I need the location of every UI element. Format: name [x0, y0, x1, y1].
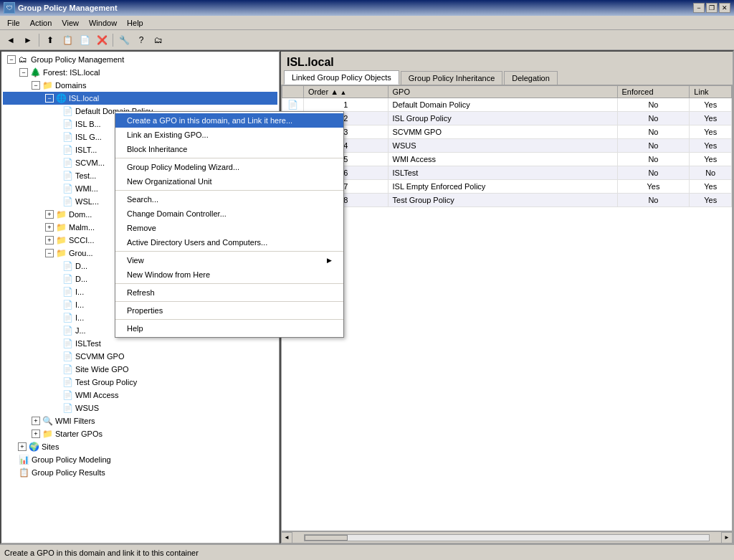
tree-item-test-gpo[interactable]: 📄 Test Group Policy: [3, 376, 277, 389]
delete-button[interactable]: ❌: [94, 32, 110, 48]
tree-item-site-wide[interactable]: 📄 Site Wide GPO: [3, 363, 277, 376]
context-menu-item-block-inheritance[interactable]: Block Inheritance: [115, 142, 343, 156]
context-menu-item-ad-users[interactable]: Active Directory Users and Computers...: [115, 235, 343, 250]
tree-item-scvmm-gpo[interactable]: 📄 SCVMM GPO: [3, 350, 277, 363]
tree-item-isl-local[interactable]: − 🌐 ISL.local: [3, 92, 277, 105]
malm-expand[interactable]: +: [45, 223, 54, 232]
grou-1-icon: 📄: [62, 260, 73, 272]
isl-g-label: ISL G...: [75, 133, 102, 141]
tree-item-gpr[interactable]: 📋 Group Policy Results: [3, 466, 277, 479]
wmi-filters-expand[interactable]: +: [32, 417, 40, 425]
grou-expand[interactable]: −: [45, 249, 54, 257]
tab-linked[interactable]: Linked Group Policy Objects: [284, 70, 399, 85]
refresh-button[interactable]: 🗂: [151, 32, 166, 48]
sites-expand[interactable]: +: [18, 442, 27, 451]
table-row[interactable]: 📄 5 WMI Access No Yes: [282, 153, 732, 166]
grou-4-icon: 📄: [62, 299, 73, 310]
tree-item-wmi-filters[interactable]: + 🔍 WMI Filters: [3, 414, 277, 427]
table-row[interactable]: 📄 8 Test Group Policy No Yes: [282, 194, 732, 207]
dom-expand[interactable]: +: [45, 210, 54, 219]
properties-button[interactable]: 🔧: [116, 32, 132, 48]
row-gpo-name: ISL Empty Enforced Policy: [388, 180, 617, 194]
tree-item-domains[interactable]: − 📁 Domains: [3, 79, 277, 92]
scroll-left-arrow[interactable]: ◄: [281, 532, 292, 544]
forest-expand[interactable]: −: [19, 68, 28, 77]
scroll-right-arrow[interactable]: ►: [721, 532, 733, 544]
isl-local-expand[interactable]: −: [45, 94, 54, 103]
scvmm-gpo-icon: 📄: [62, 351, 73, 362]
close-button[interactable]: ✕: [719, 3, 730, 13]
scci-expand[interactable]: +: [45, 236, 54, 245]
menu-window[interactable]: Window: [85, 17, 121, 29]
wsl-label: WSL...: [75, 197, 99, 206]
paste-button[interactable]: 📄: [77, 32, 92, 48]
tree-item-sites[interactable]: + 🌍 Sites: [3, 440, 277, 453]
copy-button[interactable]: 📋: [59, 32, 75, 48]
menu-view[interactable]: View: [57, 17, 83, 29]
col-enforced[interactable]: Enforced: [617, 86, 690, 98]
context-menu-item-create-gpo[interactable]: Create a GPO in this domain, and Link it…: [115, 113, 343, 128]
context-menu-separator: [115, 301, 343, 302]
tree-item-wsus2[interactable]: 📄 WSUS: [3, 402, 277, 414]
context-menu-item-link-existing[interactable]: Link an Existing GPO...: [115, 128, 343, 142]
gpr-icon: 📋: [18, 467, 29, 478]
scvm-label: SCVM...: [75, 158, 105, 167]
table-row[interactable]: 📄 4 WSUS No Yes: [282, 139, 732, 153]
context-menu-item-search[interactable]: Search...: [115, 192, 343, 207]
help-button[interactable]: ?: [133, 32, 149, 48]
starter-gpos-expand[interactable]: +: [32, 430, 40, 438]
col-order[interactable]: Order ▲: [304, 86, 389, 98]
context-menu-item-gpm-wizard[interactable]: Group Policy Modeling Wizard...: [115, 160, 343, 174]
menu-file[interactable]: File: [3, 17, 24, 29]
grou-6-icon: 📄: [62, 325, 73, 336]
scci-icon: 📁: [55, 234, 67, 246]
context-menu-item-properties[interactable]: Properties: [115, 303, 343, 318]
scroll-track[interactable]: [304, 534, 710, 541]
tree-item-isltest[interactable]: 📄 ISLTest: [3, 337, 277, 350]
table-row[interactable]: 📄 3 SCVMM GPO No Yes: [282, 125, 732, 139]
forward-button[interactable]: ►: [20, 32, 36, 48]
table-row[interactable]: 🔒 7 ISL Empty Enforced Policy Yes Yes: [282, 180, 732, 194]
table-row[interactable]: 📄 1 Default Domain Policy No Yes: [282, 98, 732, 112]
ctx-item-label: View: [127, 256, 144, 265]
isltest-icon: 📄: [62, 338, 73, 349]
tree-item-root[interactable]: − 🗂 Group Policy Management: [3, 53, 277, 66]
root-expand[interactable]: −: [7, 55, 16, 64]
site-wide-icon: 📄: [62, 364, 73, 375]
col-link-icon[interactable]: [282, 86, 304, 98]
col-gpo[interactable]: GPO: [388, 86, 617, 98]
row-link: Yes: [690, 194, 732, 207]
context-menu-item-remove[interactable]: Remove: [115, 221, 343, 235]
tree-item-gpm[interactable]: 📊 Group Policy Modeling: [3, 453, 277, 466]
window-controls: − ❐ ✕: [693, 3, 730, 13]
col-link-enabled[interactable]: Link: [690, 86, 732, 98]
tree-item-forest[interactable]: − 🌲 Forest: ISL.local: [3, 66, 277, 79]
context-menu-item-help[interactable]: Help: [115, 321, 343, 336]
table-row[interactable]: 📄 6 ISLTest No No: [282, 166, 732, 180]
row-gpo-name: WMI Access: [388, 153, 617, 166]
tab-delegation[interactable]: Delegation: [504, 71, 558, 85]
context-menu-item-new-window[interactable]: New Window from Here: [115, 267, 343, 282]
restore-button[interactable]: ❐: [706, 3, 718, 13]
context-menu-item-new-ou[interactable]: New Organizational Unit: [115, 174, 343, 189]
tree-item-wmi-access[interactable]: 📄 WMI Access: [3, 389, 277, 402]
domains-expand[interactable]: −: [32, 81, 40, 90]
context-menu-item-refresh[interactable]: Refresh: [115, 285, 343, 300]
minimize-button[interactable]: −: [693, 3, 705, 13]
row-icon-cell: 📄: [282, 98, 304, 112]
row-link: Yes: [690, 98, 732, 112]
back-button[interactable]: ◄: [3, 32, 19, 48]
app-icon: 🛡: [4, 2, 15, 14]
grou-3-icon: 📄: [62, 286, 73, 298]
table-row[interactable]: 📄 2 ISL Group Policy No Yes: [282, 112, 732, 125]
context-menu-item-view[interactable]: View▶: [115, 253, 343, 267]
menu-help[interactable]: Help: [123, 17, 148, 29]
scroll-thumb[interactable]: [305, 535, 348, 541]
up-button[interactable]: ⬆: [42, 32, 58, 48]
tree-item-starter-gpos[interactable]: + 📁 Starter GPOs: [3, 427, 277, 440]
sites-label: Sites: [42, 442, 59, 451]
tab-inheritance[interactable]: Group Policy Inheritance: [401, 71, 502, 85]
menu-action[interactable]: Action: [26, 17, 57, 29]
context-menu-item-change-dc[interactable]: Change Domain Controller...: [115, 207, 343, 221]
horizontal-scrollbar[interactable]: ◄ ►: [281, 531, 733, 543]
